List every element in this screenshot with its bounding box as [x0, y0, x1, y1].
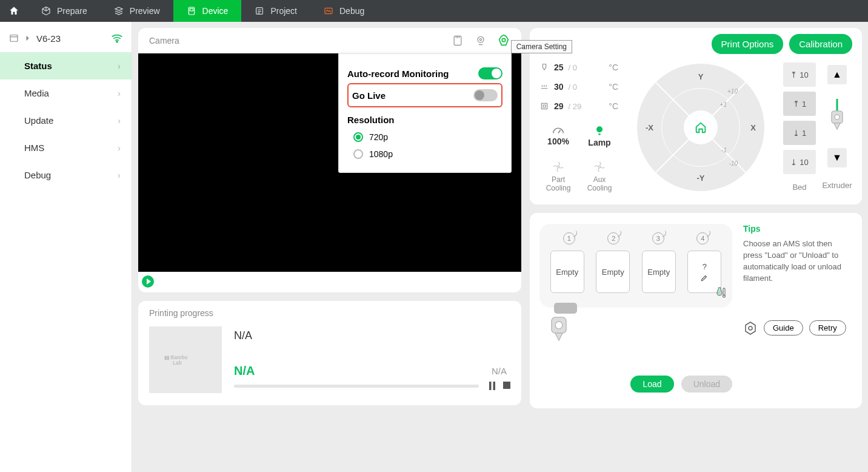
svg-point-22 [723, 295, 726, 297]
camera-title: Camera [149, 36, 179, 46]
preview-label: Preview [130, 6, 160, 16]
preview-tab[interactable]: Preview [101, 0, 173, 22]
camera-settings-icon[interactable]: Camera Setting [497, 34, 510, 47]
svg-point-20 [835, 115, 840, 120]
device-tab[interactable]: Device [173, 0, 242, 22]
guide-button[interactable]: Guide [764, 320, 803, 335]
home-icon [694, 121, 707, 134]
device-icon [187, 6, 196, 16]
load-button[interactable]: Load [630, 376, 673, 393]
svg-point-16 [596, 126, 603, 132]
temp-unit: °C [609, 62, 618, 72]
ams-refresh-3[interactable]: 3 [652, 232, 664, 244]
sidebar-item-hms[interactable]: HMS› [0, 134, 132, 161]
debug-tab[interactable]: Debug [310, 0, 378, 22]
chevron-right-icon: › [118, 170, 121, 180]
z-up-1[interactable]: ⤒1 [783, 92, 816, 116]
webcam-icon[interactable] [474, 34, 487, 47]
ams-slot-2[interactable]: Empty [596, 251, 630, 293]
calibration-button[interactable]: Calibration [789, 34, 852, 54]
tips-text: Choose an AMS slot then press "Load" or … [743, 238, 852, 284]
resolution-720p[interactable]: 720p [347, 129, 502, 146]
edit-icon [700, 274, 709, 282]
extrude-down-button[interactable]: ▼ [827, 148, 847, 167]
z-down-10[interactable]: ⤓10 [783, 150, 816, 174]
sdcard-icon[interactable] [451, 34, 464, 47]
home-xy-button[interactable] [684, 110, 718, 144]
go-live-label: Go Live [352, 90, 386, 101]
nozzle-temp-row[interactable]: 25 / 0 °C [539, 62, 618, 72]
progress-eta: N/A [492, 366, 507, 376]
z-down-1[interactable]: ⤓1 [783, 121, 816, 145]
fan-icon [593, 161, 606, 173]
extruder-icon [828, 98, 846, 134]
part-cooling-label: Part Cooling [539, 175, 577, 192]
ams-refresh-2[interactable]: 2 [607, 232, 619, 244]
arrow-up-icon: ⤒ [793, 99, 800, 109]
chamber-temp-row[interactable]: 29 / 29 °C [539, 101, 618, 111]
sidebar-item-debug[interactable]: Debug› [0, 161, 132, 189]
ams-box: 1 2 3 4 Empty Empty Empty ? [539, 224, 732, 308]
ams-settings-icon[interactable] [743, 321, 758, 335]
ams-slot-3[interactable]: Empty [642, 251, 676, 293]
z-up-10[interactable]: ⤒10 [783, 62, 816, 87]
svg-point-8 [479, 39, 481, 41]
unload-button[interactable]: Unload [681, 376, 732, 393]
resolution-1080p[interactable]: 1080p [347, 146, 502, 163]
bed-temp-row[interactable]: 30 / 0 °C [539, 82, 618, 92]
debug-label: Debug [339, 6, 364, 16]
project-tab[interactable]: Project [241, 0, 310, 22]
svg-rect-4 [10, 35, 18, 42]
step-p1[interactable]: +1 [720, 101, 727, 108]
svg-rect-12 [489, 382, 492, 390]
sidebar: V6-23 Status› Media› Update› HMS› Debug› [0, 22, 132, 472]
svg-point-7 [478, 36, 484, 42]
ams-refresh-1[interactable]: 1 [563, 232, 575, 244]
sidebar-item-update[interactable]: Update› [0, 107, 132, 134]
step-n10[interactable]: -10 [729, 160, 738, 167]
ams-slot-1[interactable]: Empty [550, 251, 584, 293]
sidebar-item-status[interactable]: Status› [0, 52, 132, 79]
prepare-tab[interactable]: Prepare [28, 0, 101, 22]
step-p10[interactable]: +10 [727, 88, 738, 95]
go-live-toggle[interactable] [473, 89, 498, 101]
res-1080-label: 1080p [369, 149, 393, 159]
play-button[interactable] [142, 275, 154, 288]
sidebar-debug-label: Debug [24, 170, 51, 180]
arrow-up-icon: ⤒ [790, 70, 797, 79]
z-up1-label: 1 [802, 99, 806, 109]
nozzle-icon [539, 62, 549, 72]
sidebar-item-media[interactable]: Media› [0, 79, 132, 107]
auto-record-toggle[interactable] [478, 67, 502, 79]
lamp-control[interactable]: Lamp [581, 124, 618, 147]
home-tab[interactable] [0, 0, 28, 22]
z-down10-label: 10 [800, 158, 808, 167]
print-options-button[interactable]: Print Options [712, 34, 784, 54]
chevron-right-icon: › [118, 61, 121, 71]
chevron-right-icon [25, 35, 30, 41]
x-minus-button[interactable]: -X [646, 123, 653, 132]
device-selector[interactable]: V6-23 [0, 22, 132, 52]
ams-refresh-4[interactable]: 4 [696, 232, 709, 244]
stop-button[interactable] [503, 382, 510, 390]
progress-percent: N/A [234, 364, 255, 378]
x-plus-button[interactable]: X [750, 123, 756, 132]
retry-button[interactable]: Retry [809, 320, 846, 335]
extruder-controls: ▲ ▼ Extruder [822, 62, 852, 192]
part-cooling-fan[interactable]: Part Cooling [539, 161, 577, 192]
y-plus-button[interactable]: Y [698, 72, 704, 81]
gauge-icon [552, 124, 565, 135]
y-minus-button[interactable]: -Y [697, 174, 705, 183]
step-n1[interactable]: -1 [721, 147, 727, 153]
pause-button[interactable] [489, 382, 496, 390]
camera-settings-tooltip: Camera Setting [511, 40, 572, 53]
speed-control[interactable]: 100% [539, 124, 577, 147]
aux-cooling-label: Aux Cooling [581, 175, 618, 192]
camera-dropdown: Auto-record Monitoring Go Live Resolutio… [338, 53, 512, 173]
extrude-up-button[interactable]: ▲ [827, 65, 847, 84]
humidity-icon [716, 286, 726, 298]
control-card: Control Print Options Calibration 25 / 0… [530, 28, 862, 204]
aux-cooling-fan[interactable]: Aux Cooling [581, 161, 618, 192]
sidebar-status-label: Status [24, 61, 52, 71]
temp-unit: °C [609, 101, 618, 111]
